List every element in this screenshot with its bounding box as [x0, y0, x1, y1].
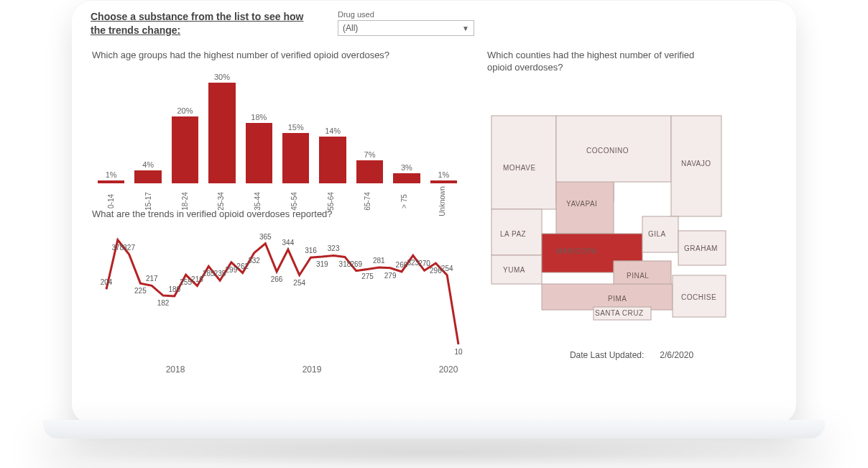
trend-point-label: 225 — [134, 287, 147, 295]
bar-value-label: 3% — [401, 163, 412, 172]
drug-filter: Drug used (All) ▼ — [338, 10, 474, 36]
county-mohave[interactable] — [491, 116, 556, 209]
county-label: PINAL — [627, 272, 649, 280]
bar-rect — [246, 123, 272, 183]
bar-value-label: 15% — [288, 123, 304, 132]
trend-point-label: 262 — [236, 262, 249, 270]
bar-value-label: 14% — [325, 127, 341, 135]
bar-rect — [208, 83, 235, 183]
bar-65-74[interactable]: 7% — [356, 150, 383, 184]
trend-point-label: 216 — [191, 275, 203, 283]
bar-category-label: 45-54 — [290, 193, 297, 211]
county-map: MOHAVE COCONINO NAVAJO YAVAPAI LA PAZ MA… — [486, 94, 777, 324]
bar-category-label: 25-34 — [217, 193, 224, 211]
bar-18-24[interactable]: 20% — [172, 106, 198, 183]
trend-point-label: 365 — [259, 233, 272, 241]
bar-category-label: 55-64 — [327, 193, 334, 211]
county-label: PIMA — [608, 295, 627, 303]
bar-category-label: 15-17 — [144, 193, 151, 211]
trend-point-label: 182 — [157, 299, 170, 307]
trend-point-label: 319 — [316, 260, 328, 268]
question-county: Which counties had the highest number of… — [487, 49, 717, 74]
trend-point-label: 269 — [350, 260, 362, 268]
trend-point-label: 270 — [418, 260, 430, 267]
bar-55-64[interactable]: 14% — [319, 127, 346, 183]
trend-point-label: 10 — [454, 348, 463, 356]
bar-value-label: 7% — [364, 150, 376, 159]
bar-> 75[interactable]: 3% — [393, 163, 420, 183]
trend-point-label: 323 — [407, 259, 419, 267]
bar-value-label: 1% — [106, 170, 117, 179]
trend-point-label: 299 — [226, 266, 238, 274]
trend-line-chart: 2043783272252171821802552162852352992623… — [91, 224, 464, 367]
bar-category-label: 35-44 — [254, 193, 261, 211]
county-label: GILA — [648, 230, 666, 238]
laptop-screen: Choose a substance from the list to see … — [72, 0, 796, 424]
county-label: LA PAZ — [500, 230, 526, 238]
trend-point-label: 217 — [146, 275, 158, 283]
trend-point-label: 254 — [293, 279, 305, 287]
bar-25-34[interactable]: 30% — [208, 73, 235, 183]
age-bar-chart: 1%4%20%30%18%15%14%7%3%1% 0-1415-1718-24… — [91, 64, 464, 201]
trend-point-label: 281 — [373, 257, 385, 265]
trend-point-label: 323 — [328, 244, 340, 252]
trend-point-label: 204 — [101, 278, 113, 286]
stage: Choose a substance from the list to see … — [0, 0, 868, 468]
updated-label: Date Last Updated: — [570, 350, 644, 360]
bar-rect — [319, 137, 346, 183]
laptop-shadow — [57, 439, 811, 467]
bar-category-label: 65-74 — [364, 193, 371, 211]
bar-35-44[interactable]: 18% — [246, 113, 272, 183]
trend-point-label: 235 — [214, 270, 226, 277]
bar-value-label: 20% — [177, 106, 193, 115]
county-label: MARICOPA — [556, 247, 597, 255]
county-label: YUMA — [503, 266, 525, 274]
bar-45-54[interactable]: 15% — [282, 123, 309, 183]
bar-value-label: 30% — [214, 73, 230, 81]
county-pima[interactable] — [542, 284, 673, 310]
trend-point-label: 296 — [430, 267, 442, 275]
year-tick: 2019 — [303, 364, 322, 375]
bar-category-label: 0-14 — [107, 194, 114, 208]
trend-point-label: 344 — [282, 239, 295, 247]
bar-value-label: 1% — [438, 170, 449, 179]
trend-line — [106, 240, 458, 344]
trend-point-label: 266 — [396, 261, 408, 269]
trend-point-label: 285 — [203, 270, 215, 277]
bar-category-label: Unknown — [438, 186, 445, 216]
trend-point-label: 378 — [111, 244, 124, 252]
header: Choose a substance from the list to see … — [91, 10, 777, 37]
left-column: Which age groups had the highest number … — [91, 42, 464, 367]
bar-15-17[interactable]: 4% — [134, 160, 161, 184]
county-label: YAVAPAI — [566, 200, 597, 208]
trend-point-label: 318 — [339, 260, 351, 268]
right-column: Which counties had the highest number of… — [486, 42, 777, 367]
year-tick: 2020 — [439, 364, 458, 375]
drug-filter-select[interactable]: (All) ▼ — [338, 20, 474, 36]
trend-point-label: 180 — [168, 285, 180, 293]
date-last-updated: Date Last Updated: 2/6/2020 — [486, 350, 777, 360]
bar-category-label: 18-24 — [180, 193, 188, 211]
updated-value: 2/6/2020 — [660, 350, 693, 360]
county-label: MOHAVE — [503, 164, 536, 172]
trend-point-label: 316 — [305, 247, 317, 254]
question-age: Which age groups had the highest number … — [92, 49, 464, 62]
county-label: SANTA CRUZ — [595, 309, 644, 317]
trend-point-label: 332 — [248, 257, 260, 265]
drug-filter-label: Drug used — [338, 10, 474, 19]
caret-down-icon: ▼ — [462, 24, 469, 32]
bar-rect — [282, 133, 309, 183]
bar-value-label: 4% — [142, 160, 154, 169]
trend-point-label: 279 — [384, 272, 397, 280]
laptop-base — [43, 420, 825, 439]
trend-point-label: 266 — [271, 275, 283, 283]
year-tick: 2018 — [166, 364, 185, 375]
drug-filter-value: (All) — [343, 23, 358, 33]
trend-point-label: 255 — [180, 278, 192, 286]
county-yavapai[interactable] — [556, 182, 614, 234]
columns: Which age groups had the highest number … — [91, 42, 777, 367]
trend-point-label: 327 — [123, 244, 135, 252]
county-label: COCONINO — [586, 147, 629, 155]
bar-rect — [356, 160, 383, 184]
county-label: COCHISE — [681, 293, 716, 301]
